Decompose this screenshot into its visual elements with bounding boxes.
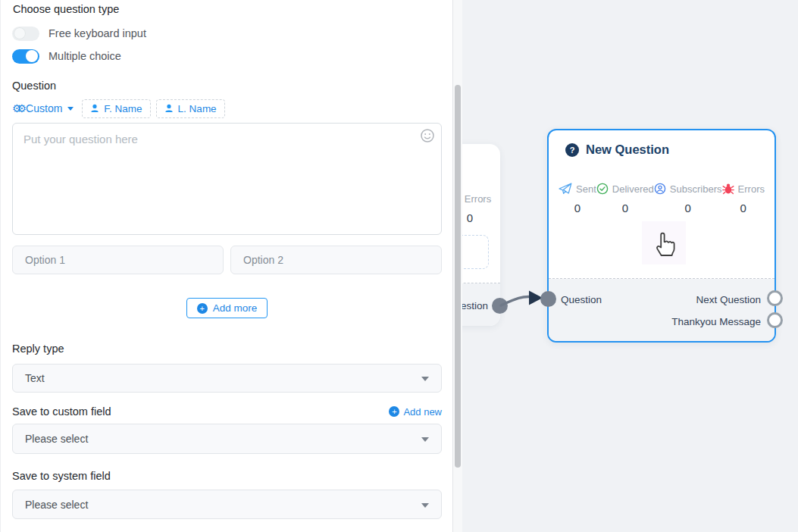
stat-value: 0 [685,202,691,214]
custom-field-value: Please select [25,433,88,445]
toggle-label: Multiple choice [49,50,121,62]
stat-value: 0 [622,202,628,214]
stat-delivered: Delivered 0 [596,183,654,214]
panel-scrollbar[interactable] [453,0,462,532]
stat-value: 0 [740,202,746,214]
stat-label: Errors [738,183,765,195]
stat-value: 0 [574,202,581,214]
check-circle-icon [596,183,609,195]
node-footer: Question Next Question Thankyou Message [549,279,775,341]
question-circle-icon: ? [565,143,579,157]
first-name-token-button[interactable]: F. Name [82,99,150,118]
last-name-token-button[interactable]: L. Name [156,99,225,118]
stat-value: 0 [467,211,473,224]
question-textarea[interactable] [12,123,442,235]
reply-type-label: Reply type [12,343,442,355]
option-1-input[interactable] [12,246,224,274]
cursor-hover-area [642,221,686,264]
stat-sent: Sent 0 [559,183,596,214]
add-more-label: Add more [213,302,258,314]
flow-node-new-question[interactable]: ? New Question Sent 0 De [547,129,776,343]
node-stats: Sent 0 Delivered 0 [549,183,775,214]
system-field-value: Please select [25,499,88,511]
input-port-label: Question [561,294,602,305]
output-port-label: Next Question [696,294,761,305]
system-field-label: Save to system field [12,470,442,482]
custom-field-label: Save to custom field [12,405,111,418]
bug-icon [722,183,734,195]
reply-type-value: Text [25,372,45,384]
custom-button-label: Custom [26,102,62,114]
toggle-row-free-keyboard: Free keyboard input [12,26,442,41]
system-field-select[interactable]: Please select [12,490,442,519]
option-2-input[interactable] [230,246,442,274]
scrollbar-thumb[interactable] [455,85,461,468]
send-icon [559,183,572,195]
user-circle-icon [654,183,666,195]
question-label: Question [12,80,442,92]
question-text-area-wrapper [12,123,442,235]
chevron-down-icon [421,377,429,381]
chevron-down-icon [421,437,429,442]
user-icon [164,104,174,113]
gears-icon: ⚙⚙ [12,103,22,114]
free-keyboard-toggle[interactable] [12,27,39,41]
toggle-label: Free keyboard input [49,27,146,39]
custom-field-select[interactable]: Please select [12,424,442,454]
stat-subscribers: Subscribers 0 [654,183,722,214]
node-header: ? New Question [549,130,775,157]
multiple-choice-toggle[interactable] [12,49,39,64]
merge-token-row: ⚙⚙ Custom F. Name L. Name [12,99,442,118]
output-port-thankyou-message[interactable] [767,312,783,328]
options-row [12,246,442,274]
question-settings-panel: Choose question type Free keyboard input… [0,0,453,532]
stat-label: Delivered [612,183,654,195]
output-port-label: Thankyou Message [671,316,761,327]
node-title: New Question [586,142,669,157]
question-type-label: Choose question type [13,3,442,15]
stat-label: Sent [576,183,596,195]
add-more-button[interactable]: + Add more [186,298,268,318]
input-port[interactable] [540,291,556,307]
output-port-next-question[interactable] [767,290,783,306]
reply-type-select[interactable]: Text [12,364,442,393]
stat-errors: Errors 0 [722,183,765,214]
smiley-icon[interactable] [420,128,435,143]
chevron-down-icon [421,503,429,508]
stat-label: Subscribers [670,183,722,195]
plus-circle-icon: + [389,406,399,417]
token-label: F. Name [104,103,142,114]
custom-fields-dropdown-button[interactable]: ⚙⚙ Custom [12,102,77,114]
toggle-row-multiple-choice: Multiple choice [12,49,442,64]
chevron-down-icon [67,107,74,111]
token-label: L. Name [178,103,217,114]
add-more-row: + Add more [12,298,442,318]
add-new-label: Add new [403,406,442,418]
custom-field-header: Save to custom field + Add new [12,405,442,418]
stat-label: Errors [465,193,491,205]
add-new-link[interactable]: + Add new [389,406,442,418]
user-icon [90,104,99,113]
plus-circle-icon: + [197,303,208,314]
hand-cursor-icon [651,229,677,258]
